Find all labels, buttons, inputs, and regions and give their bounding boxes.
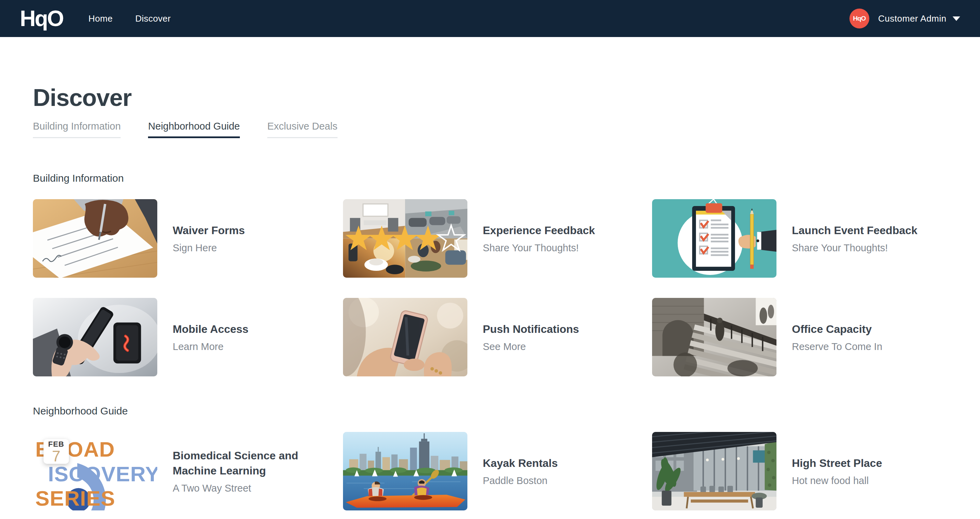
card-image-phone-tap-card-reader[interactable] bbox=[33, 298, 157, 376]
card-biomedical-science[interactable]: BROAD ISCOVERY SERIES FEB 7 Biomedical S… bbox=[33, 432, 343, 510]
broad-logo-word-discovery: ISCOVERY bbox=[48, 463, 157, 485]
card-image-office-collage-star-rating[interactable] bbox=[343, 199, 468, 278]
card-subtitle: Learn More bbox=[173, 341, 248, 353]
card-image-crowded-staircase[interactable] bbox=[652, 298, 776, 376]
card-subtitle: Share Your Thoughts! bbox=[483, 242, 595, 254]
page-title: Discover bbox=[33, 86, 947, 110]
chevron-down-icon bbox=[953, 16, 960, 21]
event-date-chip: FEB 7 bbox=[43, 439, 69, 464]
card-experience-feedback[interactable]: Experience Feedback Share Your Thoughts! bbox=[343, 199, 652, 278]
tab-exclusive-deals[interactable]: Exclusive Deals bbox=[267, 121, 337, 138]
nav-item-discover[interactable]: Discover bbox=[135, 13, 171, 24]
avatar[interactable]: HqO bbox=[850, 9, 869, 29]
person-with-phone-illustration bbox=[343, 298, 468, 376]
card-mobile-access[interactable]: Mobile Access Learn More bbox=[33, 298, 343, 376]
section-heading-building-information: Building Information bbox=[33, 172, 947, 184]
user-menu[interactable]: HqO Customer Admin bbox=[850, 9, 960, 29]
card-image-person-signing-document[interactable] bbox=[33, 199, 157, 278]
tab-building-information[interactable]: Building Information bbox=[33, 121, 121, 138]
card-subtitle: Share Your Thoughts! bbox=[792, 242, 917, 254]
card-meta: High Street Place Hot new food hall bbox=[792, 455, 882, 487]
section-heading-neighborhood-guide: Neighborhood Guide bbox=[33, 405, 947, 417]
broad-logo-word-series: SERIES bbox=[35, 488, 115, 509]
card-meta: Launch Event Feedback Share Your Thought… bbox=[792, 223, 917, 254]
card-meta: Experience Feedback Share Your Thoughts! bbox=[483, 223, 595, 254]
card-image-clipboard-checklist[interactable] bbox=[652, 199, 776, 278]
card-title: Waiver Forms bbox=[173, 223, 245, 238]
card-subtitle: Reserve To Come In bbox=[792, 341, 882, 353]
crowded-staircase-illustration bbox=[652, 298, 776, 376]
card-office-capacity[interactable]: Office Capacity Reserve To Come In bbox=[652, 298, 947, 376]
building-information-cards: Waiver Forms Sign Here bbox=[33, 199, 947, 376]
card-meta: Mobile Access Learn More bbox=[173, 322, 248, 353]
nav-item-home[interactable]: Home bbox=[88, 13, 113, 24]
card-meta: Push Notifications See More bbox=[483, 322, 579, 353]
card-title: High Street Place bbox=[792, 455, 882, 471]
card-meta: Kayak Rentals Paddle Boston bbox=[483, 455, 558, 487]
card-image-person-holding-phone[interactable] bbox=[343, 298, 468, 376]
tab-bar: Building Information Neighborhood Guide … bbox=[33, 121, 947, 138]
card-subtitle: Paddle Boston bbox=[483, 475, 558, 487]
signing-document-illustration bbox=[33, 199, 157, 278]
card-kayak-rentals[interactable]: Kayak Rentals Paddle Boston bbox=[343, 432, 652, 510]
user-name: Customer Admin bbox=[878, 13, 947, 24]
card-launch-event-feedback[interactable]: Launch Event Feedback Share Your Thought… bbox=[652, 199, 947, 278]
card-high-street-place[interactable]: High Street Place Hot new food hall bbox=[652, 432, 947, 510]
card-title: Launch Event Feedback bbox=[792, 223, 917, 238]
hqo-logo[interactable]: HqO bbox=[20, 8, 63, 29]
card-push-notifications[interactable]: Push Notifications See More bbox=[343, 298, 652, 376]
neighborhood-guide-cards: BROAD ISCOVERY SERIES FEB 7 Biomedical S… bbox=[33, 432, 947, 510]
card-title: Office Capacity bbox=[792, 322, 882, 337]
event-date-day: 7 bbox=[52, 449, 60, 463]
card-title: Experience Feedback bbox=[483, 223, 595, 238]
nav-links: Home Discover bbox=[88, 13, 193, 24]
tab-neighborhood-guide[interactable]: Neighborhood Guide bbox=[148, 121, 240, 138]
clipboard-checklist-illustration bbox=[652, 199, 776, 278]
page-content: Discover Building Information Neighborho… bbox=[0, 86, 980, 510]
card-subtitle: A Two Way Street bbox=[173, 482, 339, 494]
card-meta: Office Capacity Reserve To Come In bbox=[792, 322, 882, 353]
card-subtitle: Sign Here bbox=[173, 242, 245, 254]
broad-discovery-logo: BROAD ISCOVERY SERIES FEB 7 bbox=[33, 432, 157, 510]
card-meta: Biomedical Science and Machine Learning … bbox=[173, 448, 339, 494]
card-subtitle: Hot new food hall bbox=[792, 475, 882, 487]
card-waiver-forms[interactable]: Waiver Forms Sign Here bbox=[33, 199, 343, 278]
card-image-kayakers-boston[interactable] bbox=[343, 432, 468, 510]
card-title: Push Notifications bbox=[483, 322, 579, 337]
phone-card-reader-illustration bbox=[33, 298, 157, 376]
card-image-broad-discovery-series[interactable]: BROAD ISCOVERY SERIES FEB 7 bbox=[33, 432, 157, 510]
card-image-food-hall-interior[interactable] bbox=[652, 432, 776, 510]
star-rating-collage-illustration bbox=[343, 199, 468, 278]
card-subtitle: See More bbox=[483, 341, 579, 353]
card-title: Mobile Access bbox=[173, 322, 248, 337]
top-nav: HqO Home Discover HqO Customer Admin bbox=[0, 0, 980, 37]
kayak-boston-illustration bbox=[343, 432, 468, 510]
card-meta: Waiver Forms Sign Here bbox=[173, 223, 245, 254]
food-hall-illustration bbox=[652, 432, 776, 510]
card-title: Biomedical Science and Machine Learning bbox=[173, 448, 339, 478]
card-title: Kayak Rentals bbox=[483, 455, 558, 471]
